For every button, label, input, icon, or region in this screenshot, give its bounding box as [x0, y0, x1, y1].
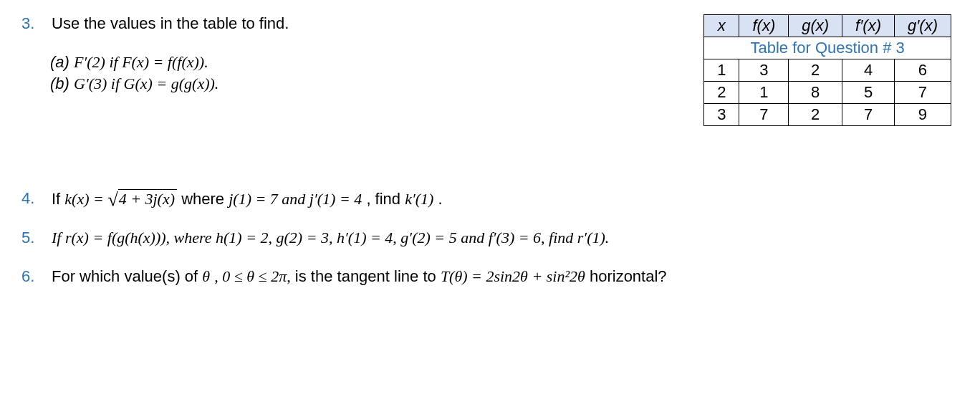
part-a-label: (a)	[50, 53, 69, 71]
q6-theta: θ	[202, 267, 210, 285]
q4-find: k′(1)	[405, 190, 433, 208]
q6-func: T(θ) = 2sin2θ + sin²2θ	[441, 267, 585, 285]
table-cell: 3	[704, 104, 739, 126]
q6-after: horizontal?	[590, 267, 667, 285]
part-a-text: F′(2) if F(x) = f(f(x)).	[74, 53, 208, 71]
q6-range: , 0 ≤ θ ≤ 2π,	[214, 267, 290, 285]
q4-mid: where	[181, 190, 229, 208]
q4-after: , find	[366, 190, 405, 208]
question-number: 5.	[21, 229, 42, 247]
radical-icon: √	[107, 191, 117, 209]
table-row: 1 3 2 4 6	[704, 59, 951, 82]
question-6: 6. For which value(s) of θ , 0 ≤ θ ≤ 2π,…	[21, 267, 959, 286]
table-cell: 7	[739, 104, 789, 126]
question-prompt: Use the values in the table to find.	[52, 14, 660, 33]
table-cell: 3	[739, 59, 789, 82]
table-cell: 9	[894, 104, 951, 126]
table-header: x	[704, 15, 739, 37]
part-b-label: (b)	[50, 75, 69, 92]
table-cell: 8	[789, 82, 842, 104]
question-3-parts: (a) F′(2) if F(x) = f(f(x)). (b) G′(3) i…	[50, 53, 660, 93]
question-body: If k(x) = √ 4 + 3j(x) where j(1) = 7 and…	[52, 189, 959, 208]
question-3: 3. Use the values in the table to find. …	[21, 14, 959, 126]
q4-kx: k(x) =	[64, 190, 107, 208]
q4-period: .	[438, 190, 443, 208]
table-header: g(x)	[789, 15, 842, 37]
table-header-row: x f(x) g(x) f′(x) g′(x)	[704, 15, 951, 37]
table-cell: 7	[842, 104, 895, 126]
table-row: 3 7 2 7 9	[704, 104, 951, 126]
q4-cond: j(1) = 7 and j′(1) = 4	[229, 190, 362, 208]
table-header: g′(x)	[894, 15, 951, 37]
table-header: f′(x)	[842, 15, 895, 37]
radicand: 4 + 3j(x)	[118, 189, 177, 208]
table-cell: 2	[704, 82, 739, 104]
table-wrapper: Table for Question # 3 x f(x) g(x) f′(x)…	[703, 14, 959, 126]
table-cell: 2	[789, 104, 842, 126]
table-row: 2 1 8 5 7	[704, 82, 951, 104]
table-header: f(x)	[739, 15, 789, 37]
question-5: 5. If r(x) = f(g(h(x))), where h(1) = 2,…	[21, 229, 959, 247]
question-body: For which value(s) of θ , 0 ≤ θ ≤ 2π, is…	[52, 267, 959, 286]
sqrt-expression: √ 4 + 3j(x)	[107, 189, 177, 208]
question-4: 4. If k(x) = √ 4 + 3j(x) where j(1) = 7 …	[21, 189, 959, 208]
question-number: 3.	[21, 14, 42, 33]
table-cell: 4	[842, 59, 895, 82]
q6-mid: is the tangent line to	[295, 267, 441, 285]
table-cell: 1	[739, 82, 789, 104]
table-cell: 1	[704, 59, 739, 82]
table-cell: 7	[894, 82, 951, 104]
table-cell: 6	[894, 59, 951, 82]
table-cell: 2	[789, 59, 842, 82]
part-b-text: G′(3) if G(x) = g(g(x)).	[74, 75, 218, 92]
table-title: Table for Question # 3	[704, 37, 951, 59]
question-number: 4.	[21, 189, 42, 208]
question-body: If r(x) = f(g(h(x))), where h(1) = 2, g(…	[52, 229, 959, 247]
table-cell: 5	[842, 82, 895, 104]
question-number: 6.	[21, 267, 42, 286]
data-table: Table for Question # 3 x f(x) g(x) f′(x)…	[703, 14, 951, 126]
q6-before: For which value(s) of	[52, 267, 202, 285]
q4-text: If	[52, 190, 64, 208]
